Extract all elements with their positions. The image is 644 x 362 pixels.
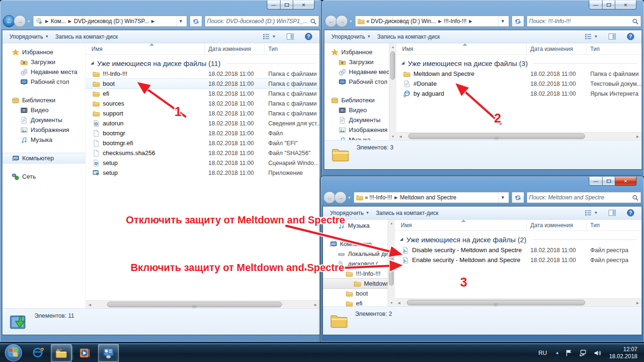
column-name[interactable]: Имя xyxy=(396,43,527,54)
breadcrumb-segment[interactable]: !!!-Info-!!! xyxy=(370,194,392,201)
scroll-down-arrow[interactable]: ▼ xyxy=(389,133,396,140)
scrollbar-thumb[interactable]: ||| xyxy=(107,302,282,307)
maximize-button[interactable] xyxy=(603,0,615,9)
start-button[interactable] xyxy=(5,344,22,362)
scroll-left-arrow[interactable]: ◀ xyxy=(395,299,403,307)
scroll-up-arrow[interactable]: ▲ xyxy=(389,43,396,50)
organize-button[interactable]: Упорядочить▼ xyxy=(328,32,374,41)
scroll-left-arrow[interactable]: ◀ xyxy=(86,301,94,309)
scroll-left-arrow[interactable]: ◀ xyxy=(396,132,405,140)
breadcrumb-segment[interactable]: !!!-Info-!!! xyxy=(444,18,467,25)
taskbar-item-explorer[interactable] xyxy=(51,344,72,362)
breadcrumb-overflow[interactable]: « xyxy=(365,194,368,201)
file-row[interactable]: Enable security - Meltdown and Spectre18… xyxy=(395,255,642,265)
help-button[interactable]: ? xyxy=(301,31,316,42)
search-input[interactable] xyxy=(207,18,310,25)
column-date[interactable]: Дата изменения xyxy=(205,43,264,54)
sidebar-item-recent[interactable]: Недавние места xyxy=(2,67,85,77)
group-header[interactable]: ◢ Уже имеющиеся на диске файлы (3) xyxy=(396,55,642,69)
sidebar-item-downloads[interactable]: Загрузки xyxy=(324,57,396,67)
file-row[interactable]: checksums.sha25618.02.2018 11:00Файл "SH… xyxy=(86,148,320,158)
burn-button[interactable]: Запись на компакт-диск xyxy=(374,32,443,41)
column-date[interactable]: Дата изменения xyxy=(527,220,586,230)
explorer-window-dvd[interactable]: — ✕ ← → ▼ ▶ Ком... ▶ DVD-дисковод (D:) W… xyxy=(0,0,322,342)
sidebar-item-favorites[interactable]: Избранное xyxy=(2,47,85,57)
preview-pane-button[interactable] xyxy=(605,31,619,42)
breadcrumb-segment[interactable]: Ком... xyxy=(51,18,66,25)
preview-pane-button[interactable] xyxy=(283,31,297,42)
sidebar-item-desktop[interactable]: Рабочий стол xyxy=(324,77,396,87)
group-header[interactable]: ◢ Уже имеющиеся на диске файлы (11) xyxy=(86,55,320,69)
search-input[interactable] xyxy=(529,194,632,201)
address-dropdown-button[interactable]: ▼ xyxy=(498,192,507,203)
sidebar-item-documents[interactable]: Документы xyxy=(2,115,85,125)
sidebar-item-music[interactable]: Музыка xyxy=(324,135,396,140)
help-button[interactable]: ? xyxy=(623,31,638,42)
recent-pages-chevron[interactable]: ▼ xyxy=(347,196,351,200)
column-type[interactable]: Тип xyxy=(586,220,642,230)
group-expander-icon[interactable]: ◢ xyxy=(91,60,94,65)
refresh-button[interactable] xyxy=(190,16,202,27)
help-button[interactable]: ? xyxy=(623,207,638,218)
minimize-button[interactable]: — xyxy=(267,0,281,9)
clock[interactable]: 12:07 18.02.2018 xyxy=(609,346,639,360)
views-button[interactable]: ▼ xyxy=(259,31,279,42)
file-row[interactable]: boot18.02.2018 11:00Папка с файлами xyxy=(86,79,320,89)
tree-item[interactable]: Компьютер xyxy=(323,239,395,249)
scrollbar-thumb[interactable]: ||| xyxy=(408,133,585,139)
forward-button[interactable]: → xyxy=(14,15,26,27)
search-input[interactable] xyxy=(529,18,632,25)
search-box[interactable] xyxy=(527,16,641,27)
file-row[interactable]: autorun18.02.2018 11:00Сведения для уст.… xyxy=(86,118,320,128)
explorer-window-meltdown[interactable]: — ✕ ← → ▼ « !!!-Info-!!! ▶ Meltdown and … xyxy=(321,176,644,342)
file-row[interactable]: efi18.02.2018 11:00Папка с файлами xyxy=(86,89,320,99)
sidebar-item-libraries[interactable]: Библиотеки xyxy=(324,95,396,105)
tree-item[interactable]: efi xyxy=(323,298,395,306)
forward-button[interactable]: → xyxy=(336,15,348,27)
group-header[interactable]: ◢ Уже имеющиеся на диске файлы (2) xyxy=(395,231,642,245)
maximize-button[interactable] xyxy=(603,177,615,186)
scroll-up-arrow[interactable]: ▲ xyxy=(388,220,395,227)
breadcrumb-segment[interactable]: DVD-дисковод (D:) Win... xyxy=(371,18,436,25)
views-button[interactable]: ▼ xyxy=(581,31,601,42)
breadcrumb[interactable]: « !!!-Info-!!! ▶ Meltdown and Spectre ▼ xyxy=(354,192,509,203)
taskbar-item-media-player[interactable] xyxy=(74,344,95,362)
sidebar-scrollbar[interactable]: ▲ ▼ xyxy=(389,43,396,140)
close-button[interactable]: ✕ xyxy=(615,177,636,186)
close-button[interactable]: ✕ xyxy=(293,0,314,9)
breadcrumb-segment[interactable]: Meltdown and Spectre xyxy=(400,194,456,201)
close-button[interactable]: ✕ xyxy=(615,0,636,9)
horizontal-scrollbar[interactable]: ◀ ▶ ||| xyxy=(395,298,642,306)
minimize-button[interactable]: — xyxy=(589,177,603,186)
sidebar-item-recent[interactable]: Недавние места xyxy=(324,67,396,77)
sidebar-item-pictures[interactable]: Изображения xyxy=(324,125,396,135)
sidebar-item-favorites[interactable]: Избранное xyxy=(324,47,396,57)
tree-item[interactable]: Локальный диск xyxy=(323,249,395,259)
scroll-down-arrow[interactable]: ▼ xyxy=(388,299,395,306)
tree-item[interactable]: Meltdown an xyxy=(323,279,395,288)
file-row[interactable]: bootmgr.efi18.02.2018 11:00Файл "EFI" xyxy=(86,138,320,148)
horizontal-scrollbar[interactable]: ◀ ▶ ||| xyxy=(86,300,320,308)
refresh-button[interactable] xyxy=(512,192,524,203)
scroll-right-arrow[interactable]: ▶ xyxy=(312,301,320,309)
titlebar[interactable]: — ✕ xyxy=(322,178,642,190)
scroll-right-arrow[interactable]: ▶ xyxy=(634,132,642,140)
sidebar-item-music[interactable]: Музыка xyxy=(2,135,85,145)
file-row[interactable]: !!!-Info-!!!18.02.2018 11:00Папка с файл… xyxy=(86,69,320,79)
column-date[interactable]: Дата изменения xyxy=(527,43,586,54)
taskbar-item-ie[interactable] xyxy=(27,344,48,362)
views-button[interactable]: ▼ xyxy=(581,207,601,218)
search-box[interactable] xyxy=(527,192,641,203)
recent-pages-chevron[interactable]: ▼ xyxy=(27,19,31,24)
tree-item[interactable]: boot xyxy=(323,288,395,298)
organize-button[interactable]: Упорядочить▼ xyxy=(6,32,52,41)
file-row[interactable]: sources18.02.2018 11:00Папка с файлами xyxy=(86,99,320,108)
burn-button[interactable]: Запись на компакт-диск xyxy=(372,208,442,218)
sidebar-scrollbar[interactable]: ▲ ▼ xyxy=(388,220,395,306)
titlebar[interactable]: — ✕ xyxy=(2,2,320,14)
horizontal-scrollbar[interactable]: ◀ ▶ ||| xyxy=(396,132,642,140)
titlebar[interactable]: — ✕ xyxy=(324,2,642,14)
language-indicator[interactable]: RU xyxy=(536,348,550,358)
sidebar-item-video[interactable]: Видео xyxy=(324,105,396,115)
breadcrumb[interactable]: « DVD-дисковод (D:) Win... ▶ !!!-Info-!!… xyxy=(355,16,509,27)
